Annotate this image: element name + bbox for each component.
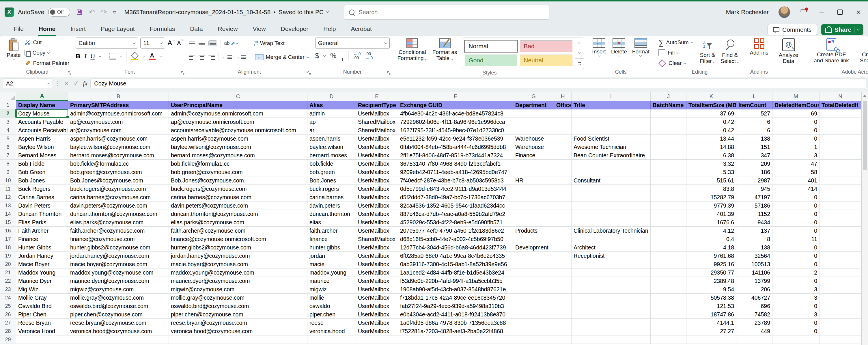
cell-J10[interactable] (651, 177, 686, 185)
cell-F20[interactable]: 0ab39116-7300-4c15-8ab1-8a52b39e9e56 (398, 260, 513, 269)
tab-developer[interactable]: Developer (273, 23, 316, 36)
cell-B14[interactable]: duncan.thornton@cozymouse.com (68, 210, 169, 218)
cell-D8[interactable]: bob.fickle (307, 160, 356, 168)
cell-B6[interactable]: baylee.wilson@cozymouse.com (68, 143, 169, 151)
cell-E19[interactable]: UserMailbox (356, 252, 398, 260)
cell-M14[interactable]: 0 (772, 210, 819, 218)
cell-G22[interactable] (513, 277, 554, 285)
cell-F24[interactable]: f718bda1-17c8-42a4-89ce-ee16c8345720 (398, 293, 513, 302)
analyze-data-button[interactable]: AnalyzeData (776, 37, 801, 65)
cell-N23[interactable] (819, 285, 861, 293)
row-header-25[interactable]: 25 (0, 302, 16, 310)
cell-C14[interactable]: duncan.thornton@cozymouse.com (169, 210, 307, 218)
cell-M11[interactable]: 414 (772, 185, 819, 193)
cell-E13[interactable]: UserMailbox (356, 201, 398, 210)
cell-D2[interactable]: admin (307, 109, 356, 118)
cell-E18[interactable]: UserMailbox (356, 243, 398, 252)
cell-L27[interactable]: 23789 (736, 319, 772, 327)
cell-E22[interactable]: UserMailbox (356, 277, 398, 285)
cell-N12[interactable] (819, 193, 861, 201)
cell-N13[interactable] (819, 201, 861, 210)
cell-L5[interactable]: 138 (736, 134, 772, 143)
cell-A18[interactable]: Hunter Gibbs (16, 243, 68, 252)
cell-J18[interactable] (651, 243, 686, 252)
cell-H16[interactable] (554, 227, 571, 235)
cell-F26[interactable]: e0b4304e-acd2-4411-a018-f92413b8e370 (398, 310, 513, 319)
cell-C5[interactable]: aspen.harris@cozymouse.com (169, 134, 307, 143)
cell-M29[interactable] (772, 336, 819, 344)
cell-C24[interactable]: mollie.gray@cozymouse.com (169, 293, 307, 302)
borders-button[interactable] (110, 53, 116, 60)
cell-F17[interactable]: d68c16f5-ccb0-44e7-a002-4c5b69f97b50 (398, 235, 513, 243)
cell-K24[interactable]: 50578.38 (686, 293, 736, 302)
undo-icon[interactable]: ↶ (89, 8, 95, 16)
cell-J6[interactable] (651, 143, 686, 151)
cell-J28[interactable] (651, 327, 686, 336)
cell-M20[interactable]: 0 (772, 260, 819, 269)
row-header-1[interactable]: 1 (0, 101, 16, 109)
gallery-expand[interactable] (575, 58, 584, 69)
column-header-L[interactable]: L (736, 92, 772, 101)
cell-G17[interactable] (513, 235, 554, 243)
cell-H21[interactable] (554, 269, 571, 277)
cell-L8[interactable]: 209 (736, 160, 772, 168)
decrease-font-button[interactable]: A (177, 40, 183, 46)
cell-B20[interactable]: macie.boyer@cozymouse.com (68, 260, 169, 269)
cell-G14[interactable] (513, 210, 554, 218)
cell-D6[interactable]: baylee.wilson (307, 143, 356, 151)
cell-H8[interactable] (554, 160, 571, 168)
cell-J20[interactable] (651, 260, 686, 269)
cell-K8[interactable]: 3.32 (686, 160, 736, 168)
cell-A21[interactable]: Maddox Young (16, 269, 68, 277)
cell-K2[interactable]: 37.69 (686, 109, 736, 118)
increase-indent-button[interactable]: → (236, 54, 246, 60)
cancel-icon[interactable]: × (63, 80, 69, 87)
underline-chevron-icon[interactable] (98, 54, 101, 57)
cell-C27[interactable]: reese.bryan@cozymouse.com (169, 319, 307, 327)
cell-M19[interactable]: 0 (772, 252, 819, 260)
cell-G18[interactable]: Development (513, 243, 554, 252)
cell-M28[interactable]: 0 (772, 327, 819, 336)
cell-A16[interactable]: Faith Archer (16, 227, 68, 235)
cell-M7[interactable]: 3 (772, 151, 819, 160)
cell-F8[interactable]: 36753140-7f80-4968-84d0-f2b3ccfabcf1 (398, 160, 513, 168)
cell-I13[interactable] (571, 201, 651, 210)
cell-N28[interactable] (819, 327, 861, 336)
row-header-11[interactable]: 11 (0, 185, 16, 193)
cell-K13[interactable]: 9779.39 (686, 201, 736, 210)
cell-F1[interactable]: Exchange GUID (398, 101, 513, 109)
cell-F14[interactable]: 887c46ca-d7db-4eac-a0a8-559b2afd79e2 (398, 210, 513, 218)
cell-L13[interactable]: 57186 (736, 201, 772, 210)
cell-A23[interactable]: Mig Wiz (16, 285, 68, 293)
tab-help[interactable]: Help (316, 23, 343, 36)
cell-J22[interactable] (651, 277, 686, 285)
cell-C19[interactable]: jordan.haney@cozymouse.com (169, 252, 307, 260)
cell-C26[interactable]: piper.chen@cozymouse.com (169, 310, 307, 319)
cell-D7[interactable]: bernard.moses (307, 151, 356, 160)
row-header-2[interactable]: 2 (0, 109, 16, 118)
cell-A5[interactable]: Aspen Harris (16, 134, 68, 143)
cell-F13[interactable]: 82ca4536-1352-4605-954c-1faad623d4cc (398, 201, 513, 210)
cell-E20[interactable]: UserMailbox (356, 260, 398, 269)
cell-D13[interactable]: davin.peters (307, 201, 356, 210)
saved-status[interactable]: Saved to this PC (279, 9, 323, 15)
cell-I19[interactable]: Receptionist (571, 252, 651, 260)
cell-A22[interactable]: Maurice Dyer (16, 277, 68, 285)
font-dialog-launcher[interactable] (180, 70, 185, 75)
row-header-21[interactable]: 21 (0, 269, 16, 277)
cell-M22[interactable]: 0 (772, 277, 819, 285)
cell-C13[interactable]: davin.peters@cozymouse.com (169, 201, 307, 210)
cell-L29[interactable] (736, 336, 772, 344)
cell-E17[interactable]: SharedMailbox (356, 235, 398, 243)
cell-G6[interactable]: Warehouse (513, 143, 554, 151)
cell-N10[interactable] (819, 177, 861, 185)
cell-K9[interactable]: 5.33 (686, 168, 736, 177)
cell-A1[interactable]: Display Name (16, 101, 68, 109)
cell-D25[interactable]: oswaldo (307, 302, 356, 310)
cell-J26[interactable] (651, 310, 686, 319)
close-button[interactable] (854, 8, 863, 17)
cell-N9[interactable] (819, 168, 861, 177)
cell-C25[interactable]: oswaldo.bird@cozymouse.com (169, 302, 307, 310)
cell-K11[interactable]: 83.8 (686, 185, 736, 193)
cell-B28[interactable]: veronica.hood@cozymouse.com (68, 327, 169, 336)
